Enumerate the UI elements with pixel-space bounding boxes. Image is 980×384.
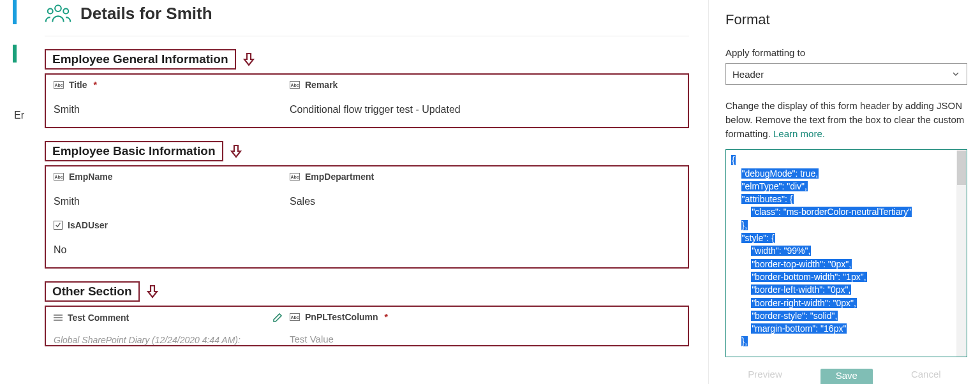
json-line: "attributes": {	[731, 193, 964, 205]
section-basic-fields: Abc EmpName Smith Abc EmpDepartment Sale…	[45, 165, 689, 269]
field-label-testcomment[interactable]: Test Comment	[54, 312, 290, 323]
chevron-down-icon	[951, 70, 960, 78]
rail-label: Er	[14, 110, 24, 121]
json-line: "elmType": "div",	[731, 180, 964, 193]
field-value-empname[interactable]: Smith	[54, 196, 290, 207]
rail-accent-b	[13, 45, 17, 63]
format-pane: Format Apply formatting to Header Change…	[708, 0, 980, 384]
field-label-pnpl[interactable]: Abc PnPLTestColumn *	[290, 312, 507, 322]
field-value-empdept[interactable]: Sales	[290, 196, 507, 207]
label-text: EmpName	[69, 172, 112, 182]
field-label-isad[interactable]: IsADUser	[54, 220, 680, 230]
section-title-general: Employee General Information	[45, 49, 236, 70]
rail-accent-a	[13, 0, 17, 24]
field-label-remark[interactable]: Abc Remark	[290, 80, 507, 90]
json-editor[interactable]: { "debugMode": true, "elmType": "div", "…	[725, 149, 967, 357]
field-value-title[interactable]: Smith	[54, 104, 290, 115]
text-field-icon: Abc	[54, 173, 64, 181]
panel-header: Details for Smith	[45, 3, 689, 36]
required-mark: *	[94, 80, 97, 90]
json-line: "class": "ms-borderColor-neutralTertiary…	[731, 205, 964, 218]
json-line: "border-top-width": "0px",	[731, 258, 964, 270]
svg-point-0	[55, 5, 61, 11]
preview-button[interactable]: Preview	[748, 369, 782, 380]
section-title-basic: Employee Basic Information	[45, 141, 223, 161]
label-text: Title	[69, 80, 87, 90]
details-panel: Details for Smith Employee General Infor…	[32, 0, 708, 384]
format-pane-title: Format	[725, 11, 967, 28]
json-line: "border-style": "solid",	[731, 309, 964, 322]
json-line: },	[731, 219, 964, 232]
cancel-button[interactable]: Cancel	[911, 369, 941, 380]
svg-point-1	[48, 9, 53, 14]
section-other-fields: Test Comment Global SharePoint Diary (12…	[45, 306, 689, 346]
label-text: Test Comment	[68, 313, 129, 323]
label-text: Remark	[305, 80, 338, 90]
json-line: "margin-bottom": "16px"	[731, 322, 964, 335]
field-label-empdept[interactable]: Abc EmpDepartment	[290, 172, 507, 182]
required-mark: *	[385, 312, 388, 322]
app-left-rail: Er	[0, 0, 32, 384]
scroll-thumb[interactable]	[957, 151, 966, 185]
svg-point-2	[63, 9, 68, 14]
json-line: "style": {	[731, 232, 964, 244]
field-value-remark[interactable]: Conditional flow trigger test - Updated	[290, 104, 507, 115]
json-line: "border-left-width": "0px",	[731, 283, 964, 296]
learn-more-link[interactable]: Learn more.	[773, 128, 825, 139]
text-field-icon: Abc	[54, 81, 64, 89]
section-title-other: Other Section	[45, 281, 140, 302]
people-icon	[45, 3, 71, 24]
checkbox-field-icon	[54, 221, 63, 230]
field-value-testcomment[interactable]: Global SharePoint Diary (12/24/2020 4:44…	[54, 335, 290, 345]
field-value-pnpl[interactable]: Test Value	[290, 334, 507, 344]
json-scrollbar[interactable]	[956, 150, 967, 357]
json-line: "border-bottom-width": "1px",	[731, 270, 964, 283]
arrow-down-icon	[242, 52, 255, 66]
apply-formatting-label: Apply formatting to	[725, 47, 967, 58]
dropdown-value: Header	[732, 69, 764, 80]
help-text-content: Change the display of this form header b…	[725, 100, 964, 139]
format-footer: Preview Save Cancel	[709, 369, 980, 384]
field-label-empname[interactable]: Abc EmpName	[54, 172, 290, 182]
save-button[interactable]: Save	[820, 369, 873, 384]
arrow-down-icon	[230, 144, 242, 158]
edit-pencil-icon[interactable]	[272, 312, 283, 323]
apply-formatting-dropdown[interactable]: Header	[725, 63, 967, 85]
json-line: "width": "99%",	[731, 244, 964, 257]
format-help-text: Change the display of this form header b…	[725, 99, 967, 140]
section-general-fields: Abc Title * Smith Abc Remark Conditional…	[45, 73, 689, 128]
json-line: "border-right-width": "0px",	[731, 297, 964, 309]
json-line: },	[731, 335, 964, 348]
label-text: EmpDepartment	[305, 172, 374, 182]
json-line: "debugMode": true,	[731, 167, 964, 180]
label-text: PnPLTestColumn	[305, 312, 378, 322]
page-title: Details for Smith	[80, 4, 212, 24]
text-field-icon: Abc	[290, 81, 300, 89]
multiline-field-icon	[54, 314, 63, 321]
arrow-down-icon	[146, 284, 159, 299]
field-value-isad[interactable]: No	[54, 244, 680, 256]
text-field-icon: Abc	[290, 173, 300, 181]
field-label-title[interactable]: Abc Title *	[54, 80, 290, 90]
text-field-icon: Abc	[290, 313, 300, 321]
json-line: {	[731, 154, 964, 166]
label-text: IsADUser	[68, 220, 108, 230]
